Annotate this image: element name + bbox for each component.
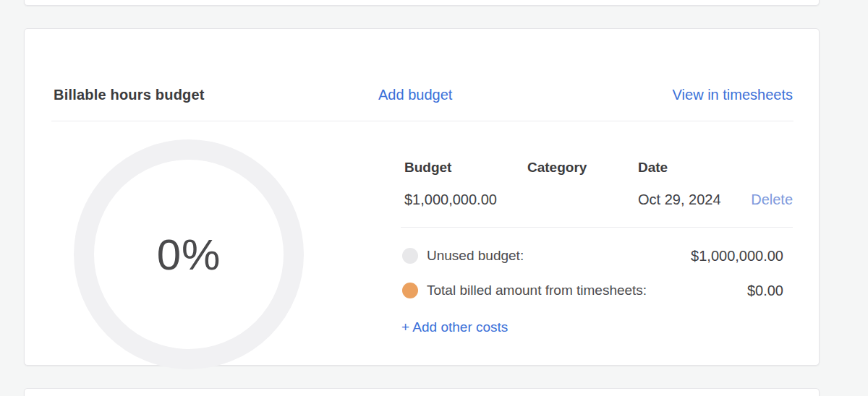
legend-row-unused-budget: Unused budget: $1,000,000.00	[402, 247, 783, 264]
previous-card-partial	[24, 0, 820, 6]
card-title: Billable hours budget	[54, 87, 205, 103]
budget-donut-chart: 0%	[74, 139, 304, 369]
donut-percent-label: 0%	[157, 230, 221, 280]
unused-budget-value: $1,000,000.00	[691, 248, 783, 264]
delete-budget-link[interactable]: Delete	[751, 191, 793, 208]
budget-date-cell: Oct 29, 2024	[638, 191, 721, 208]
total-billed-dot-icon	[402, 283, 418, 298]
header-divider	[51, 121, 793, 121]
next-card-partial	[24, 388, 820, 396]
view-in-timesheets-link[interactable]: View in timesheets	[673, 87, 793, 103]
unused-budget-dot-icon	[402, 248, 418, 264]
column-header-category: Category	[527, 160, 587, 176]
column-header-date: Date	[638, 160, 668, 176]
budget-amount-cell: $1,000,000.00	[404, 191, 497, 208]
page-background: { "colors": { "page_bg": "#f5f6f6", "car…	[0, 0, 868, 396]
table-row-divider	[401, 227, 793, 228]
card-header: Billable hours budget Add budget View in…	[54, 84, 793, 106]
add-other-costs-link[interactable]: + Add other costs	[401, 319, 508, 335]
add-budget-link[interactable]: Add budget	[378, 87, 452, 103]
unused-budget-label: Unused budget:	[427, 248, 524, 264]
total-billed-label: Total billed amount from timesheets:	[427, 283, 647, 298]
legend-row-total-billed: Total billed amount from timesheets: $0.…	[402, 282, 783, 299]
total-billed-value: $0.00	[747, 283, 783, 299]
billable-hours-budget-card: Billable hours budget Add budget View in…	[24, 28, 820, 366]
column-header-budget: Budget	[404, 160, 451, 176]
